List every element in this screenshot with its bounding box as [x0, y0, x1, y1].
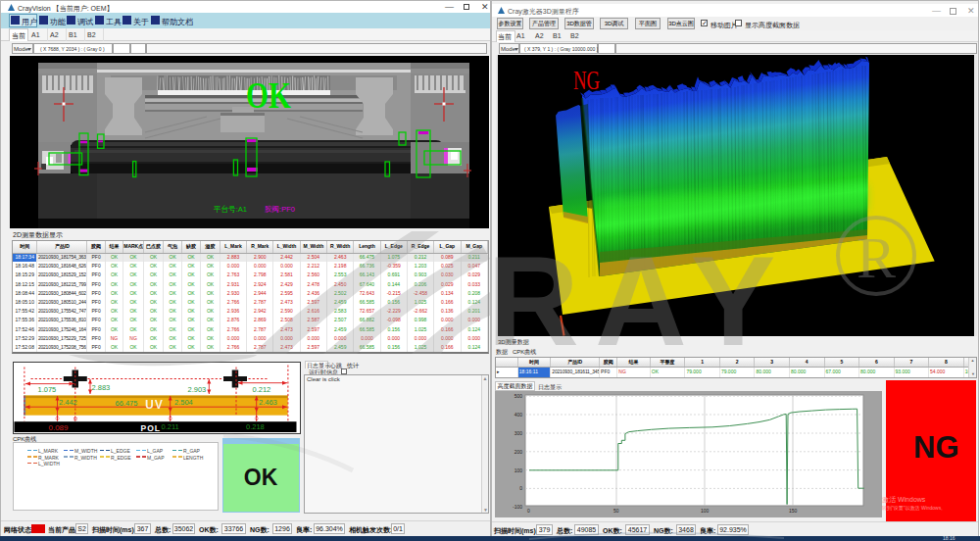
svg-text:0.218: 0.218: [246, 422, 265, 431]
svg-text:2.883: 2.883: [92, 383, 111, 392]
svg-text:2.442: 2.442: [59, 398, 77, 407]
svg-text:300: 300: [514, 430, 523, 436]
svg-text:胶阀:PF0: 胶阀:PF0: [265, 205, 296, 214]
svg-text:POL: POL: [141, 423, 161, 433]
svg-text:2.903: 2.903: [188, 385, 207, 394]
svg-text:0.212: 0.212: [253, 385, 271, 394]
svg-text:0.089: 0.089: [49, 423, 70, 432]
svg-text:平台号:A1: 平台号:A1: [214, 205, 248, 214]
svg-text:0: 0: [527, 508, 530, 514]
svg-text:NG: NG: [573, 66, 600, 95]
svg-text:1.075: 1.075: [38, 385, 57, 394]
svg-text:0: 0: [519, 485, 522, 491]
svg-text:500: 500: [514, 393, 523, 399]
svg-text:0.211: 0.211: [162, 422, 179, 431]
svg-text:50: 50: [613, 508, 619, 514]
svg-text:66.475: 66.475: [116, 399, 138, 408]
svg-text:UV: UV: [145, 398, 164, 412]
svg-text:100: 100: [514, 467, 523, 473]
svg-text:OK: OK: [246, 74, 291, 116]
svg-text:200: 200: [514, 449, 523, 455]
svg-text:-100: -100: [513, 504, 522, 510]
svg-text:100: 100: [701, 508, 710, 514]
svg-text:2.463: 2.463: [259, 398, 277, 407]
svg-text:2.504: 2.504: [174, 398, 193, 407]
svg-text:150: 150: [789, 508, 798, 514]
svg-text:400: 400: [514, 412, 523, 418]
